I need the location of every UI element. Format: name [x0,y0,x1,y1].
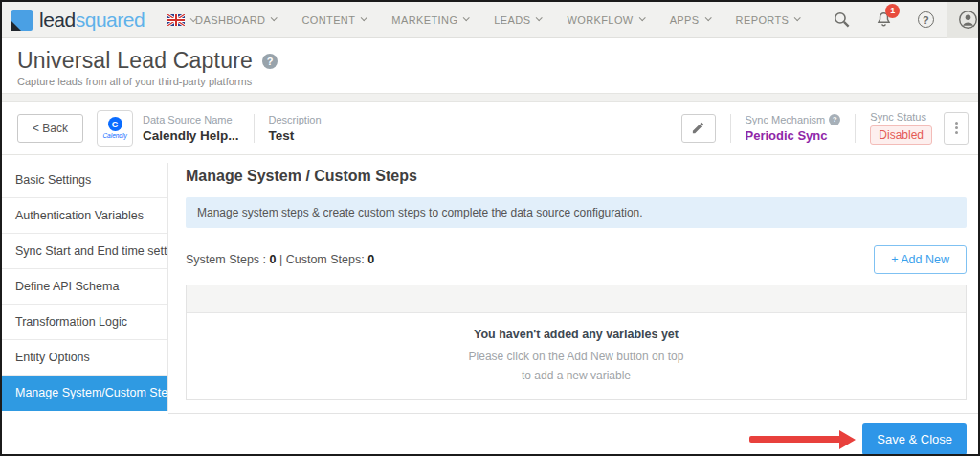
chevron-down-icon [638,14,645,21]
back-button[interactable]: < Back [17,114,83,143]
notifications-bell-icon[interactable]: 1 [862,2,904,38]
data-source-bar: < Back C Calendly Data Source Name Calen… [2,102,978,155]
nav-menu-item[interactable]: APPS [670,14,710,26]
sync-mechanism-help-icon[interactable]: ? [829,114,840,125]
empty-state-title: You haven't added any variables yet [474,328,679,341]
chevron-down-icon [361,14,368,21]
page-title: Universal Lead Capture [17,48,253,74]
nav-menu-item[interactable]: MARKETING [391,14,468,26]
calendly-logo: C Calendly [97,110,133,147]
field-divider [855,114,856,143]
sidebar-item[interactable]: Define API Schema [2,269,167,305]
app-window: leadsquared DASHBOARDCONTENTMARKETINGLEA… [0,0,980,456]
description-value: Test [269,128,322,143]
table-header-row [187,285,966,313]
chevron-down-icon [704,14,711,21]
sync-status-badge: Disabled [870,125,932,145]
data-source-name-field: Data Source Name Calendly Help... [143,114,239,143]
chevron-down-icon [463,14,470,21]
chevron-down-icon [536,14,543,21]
page-help-icon[interactable]: ? [262,54,278,69]
chevron-down-icon [794,14,801,21]
sync-status-field: Sync Status Disabled [870,111,932,145]
sidebar-item[interactable]: Manage System/Custom Ste... [2,376,167,411]
info-banner: Manage system steps & create custom step… [186,197,967,228]
sidebar-item[interactable]: Entity Options [2,340,167,376]
kebab-menu-icon[interactable] [944,112,969,145]
sidebar-item[interactable]: Sync Start and End time setti... [2,234,167,269]
uk-flag-icon [167,14,185,26]
sidebar-item[interactable]: Authentication Variables [2,198,167,234]
search-icon[interactable] [820,2,862,38]
calendly-logo-icon: C [108,117,122,131]
pencil-icon [691,121,705,135]
nav-menu-item[interactable]: REPORTS [736,14,800,26]
section-heading: Manage System / Custom Steps [186,168,967,185]
steps-summary: System Steps : 0 | Custom Steps: 0 [186,253,374,266]
main-panel: Manage System / Custom Steps Manage syst… [168,155,978,456]
table-empty-state: You haven't added any variables yet Plea… [187,313,966,399]
custom-steps-count: 0 [368,253,374,266]
profile-menu[interactable] [947,2,980,38]
nav-menu-item[interactable]: LEADS [494,14,541,26]
data-source-name-value: Calendly Help... [143,128,239,143]
notification-count-badge: 1 [885,4,900,18]
main-menu: DASHBOARDCONTENTMARKETINGLEADSWORKFLOWAP… [195,14,799,26]
field-divider [254,114,255,143]
sync-mechanism-value: Periodic Sync [746,128,841,143]
leadsquared-logo[interactable]: leadsquared [11,9,145,32]
nav-menu-item[interactable]: WORKFLOW [567,14,643,26]
empty-state-hint: Please click on the Add New button on to… [469,348,684,386]
system-steps-count: 0 [270,253,277,266]
language-selector[interactable] [167,14,195,26]
description-field: Description Test [269,114,322,143]
save-close-button[interactable]: Save & Close [862,423,967,455]
nav-icon-group: 1 ? [820,2,980,38]
content-area: Basic SettingsAuthentication VariablesSy… [2,155,978,456]
section-divider [2,93,978,102]
page-subtitle: Capture leads from all of your third-par… [17,76,963,87]
page-header: Universal Lead Capture ? Capture leads f… [2,38,978,93]
top-navigation-bar: leadsquared DASHBOARDCONTENTMARKETINGLEA… [2,2,978,38]
edit-button[interactable] [681,114,716,143]
profile-icon [958,10,978,30]
chevron-down-icon [271,14,278,21]
nav-menu-item[interactable]: CONTENT [301,14,366,26]
steps-table: You haven't added any variables yet Plea… [186,285,967,400]
settings-sidebar: Basic SettingsAuthentication VariablesSy… [2,163,168,411]
add-new-button[interactable]: + Add New [874,245,967,274]
sync-mechanism-field: Sync Mechanism? Periodic Sync [746,114,841,143]
nav-menu-item[interactable]: DASHBOARD [195,14,276,26]
field-divider [730,114,731,143]
sidebar-item[interactable]: Transformation Logic [2,305,167,340]
sidebar-item[interactable]: Basic Settings [2,163,167,198]
leadsquared-logo-icon [11,10,33,31]
annotation-arrow-icon [749,430,856,449]
leadsquared-logo-text: leadsquared [39,9,145,32]
footer-actions: Save & Close [186,414,967,456]
help-icon[interactable]: ? [904,2,947,38]
